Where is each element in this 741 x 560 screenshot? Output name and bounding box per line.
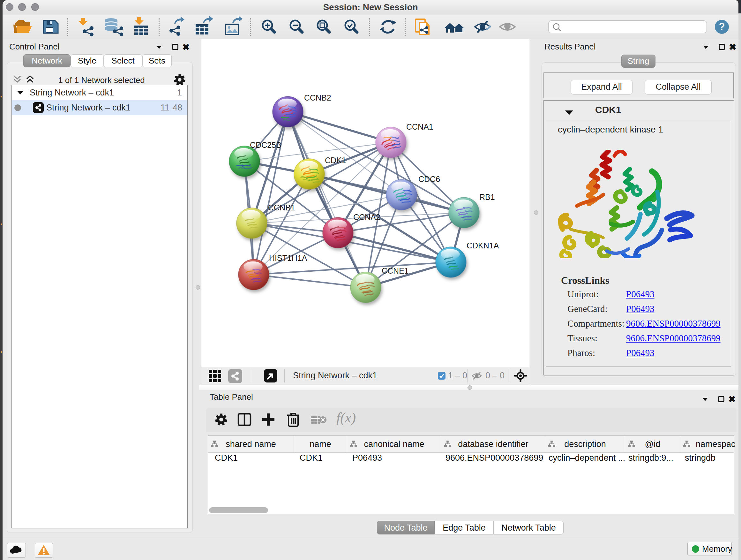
svg-text:CCNB1: CCNB1 bbox=[268, 203, 295, 212]
svg-text:RB1: RB1 bbox=[479, 192, 495, 201]
svg-text:CDC6: CDC6 bbox=[418, 175, 440, 184]
svg-text:HIST1H1A: HIST1H1A bbox=[269, 253, 307, 262]
svg-text:CCNA1: CCNA1 bbox=[406, 122, 433, 131]
svg-text:CCNE1: CCNE1 bbox=[382, 266, 409, 275]
svg-text:CCNA2: CCNA2 bbox=[353, 212, 381, 222]
svg-text:CDK1: CDK1 bbox=[325, 156, 346, 165]
svg-text:CDC25B: CDC25B bbox=[250, 140, 281, 149]
svg-text:CCNB2: CCNB2 bbox=[304, 93, 331, 102]
svg-text:CDKN1A: CDKN1A bbox=[467, 241, 499, 250]
